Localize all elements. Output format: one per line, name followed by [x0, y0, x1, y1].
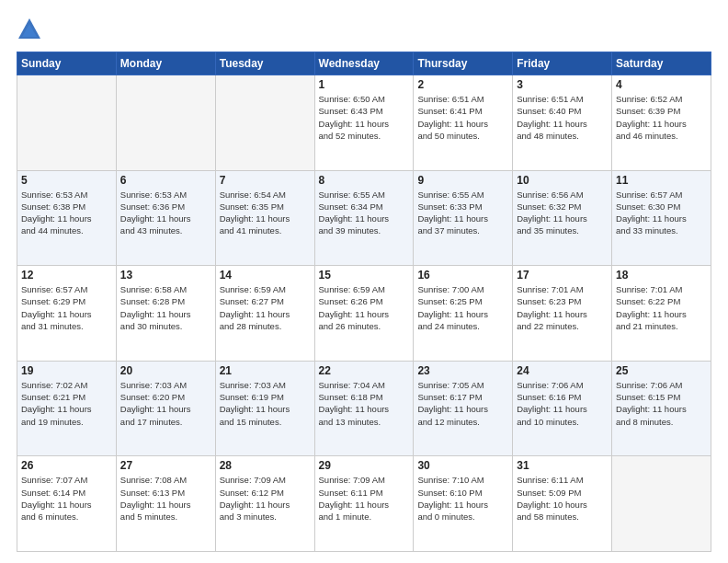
- day-info: Sunrise: 7:01 AM Sunset: 6:22 PM Dayligh…: [616, 283, 707, 332]
- calendar-cell: 12Sunrise: 6:57 AM Sunset: 6:29 PM Dayli…: [17, 266, 117, 362]
- calendar-cell: 29Sunrise: 7:09 AM Sunset: 6:11 PM Dayli…: [314, 456, 414, 552]
- calendar-cell: 8Sunrise: 6:55 AM Sunset: 6:34 PM Daylig…: [314, 170, 414, 266]
- weekday-friday: Friday: [513, 52, 612, 75]
- calendar-cell: [215, 75, 314, 171]
- day-number: 29: [319, 459, 410, 472]
- day-number: 27: [120, 459, 211, 472]
- day-info: Sunrise: 7:01 AM Sunset: 6:23 PM Dayligh…: [517, 283, 608, 332]
- day-info: Sunrise: 7:03 AM Sunset: 6:19 PM Dayligh…: [220, 379, 311, 428]
- day-info: Sunrise: 7:07 AM Sunset: 6:14 PM Dayligh…: [21, 474, 112, 523]
- calendar-cell: 13Sunrise: 6:58 AM Sunset: 6:28 PM Dayli…: [116, 266, 215, 362]
- calendar-cell: 24Sunrise: 7:06 AM Sunset: 6:16 PM Dayli…: [513, 361, 612, 456]
- day-info: Sunrise: 6:51 AM Sunset: 6:40 PM Dayligh…: [517, 93, 608, 142]
- day-number: 5: [21, 174, 112, 187]
- day-number: 26: [21, 459, 112, 472]
- day-number: 13: [120, 269, 211, 282]
- calendar-cell: [116, 75, 215, 171]
- day-info: Sunrise: 7:09 AM Sunset: 6:12 PM Dayligh…: [220, 474, 311, 523]
- day-number: 23: [417, 364, 508, 377]
- calendar-cell: 11Sunrise: 6:57 AM Sunset: 6:30 PM Dayli…: [612, 170, 711, 266]
- day-number: 3: [517, 78, 608, 91]
- calendar-cell: 19Sunrise: 7:02 AM Sunset: 6:21 PM Dayli…: [17, 361, 117, 456]
- calendar-cell: 28Sunrise: 7:09 AM Sunset: 6:12 PM Dayli…: [215, 456, 314, 552]
- calendar-cell: 7Sunrise: 6:54 AM Sunset: 6:35 PM Daylig…: [215, 170, 314, 266]
- day-number: 18: [616, 269, 707, 282]
- day-info: Sunrise: 7:09 AM Sunset: 6:11 PM Dayligh…: [319, 474, 410, 523]
- day-number: 22: [319, 364, 410, 377]
- calendar-row-1: 5Sunrise: 6:53 AM Sunset: 6:38 PM Daylig…: [17, 170, 711, 266]
- day-number: 7: [220, 174, 311, 187]
- weekday-thursday: Thursday: [414, 52, 513, 75]
- day-number: 19: [21, 364, 112, 377]
- day-info: Sunrise: 7:04 AM Sunset: 6:18 PM Dayligh…: [319, 379, 410, 428]
- day-info: Sunrise: 7:06 AM Sunset: 6:15 PM Dayligh…: [616, 379, 707, 428]
- calendar-cell: 31Sunrise: 6:11 AM Sunset: 5:09 PM Dayli…: [513, 456, 612, 552]
- day-info: Sunrise: 6:59 AM Sunset: 6:26 PM Dayligh…: [319, 283, 410, 332]
- day-info: Sunrise: 6:53 AM Sunset: 6:38 PM Dayligh…: [21, 189, 112, 237]
- day-number: 6: [120, 174, 211, 187]
- day-number: 10: [517, 174, 608, 187]
- calendar-cell: 1Sunrise: 6:50 AM Sunset: 6:43 PM Daylig…: [314, 75, 414, 171]
- calendar-cell: 16Sunrise: 7:00 AM Sunset: 6:25 PM Dayli…: [414, 266, 513, 362]
- day-info: Sunrise: 6:55 AM Sunset: 6:34 PM Dayligh…: [319, 189, 410, 237]
- day-number: 11: [616, 174, 707, 187]
- calendar-cell: 27Sunrise: 7:08 AM Sunset: 6:13 PM Dayli…: [116, 456, 215, 552]
- day-info: Sunrise: 6:52 AM Sunset: 6:39 PM Dayligh…: [616, 93, 707, 142]
- day-number: 16: [417, 269, 508, 282]
- day-number: 21: [220, 364, 311, 377]
- day-info: Sunrise: 6:53 AM Sunset: 6:36 PM Dayligh…: [120, 189, 211, 237]
- day-info: Sunrise: 7:05 AM Sunset: 6:17 PM Dayligh…: [417, 379, 508, 428]
- day-number: 8: [319, 174, 410, 187]
- day-info: Sunrise: 6:57 AM Sunset: 6:29 PM Dayligh…: [21, 283, 112, 332]
- calendar-row-4: 26Sunrise: 7:07 AM Sunset: 6:14 PM Dayli…: [17, 456, 711, 552]
- day-info: Sunrise: 7:02 AM Sunset: 6:21 PM Dayligh…: [21, 379, 112, 428]
- day-info: Sunrise: 6:56 AM Sunset: 6:32 PM Dayligh…: [517, 189, 608, 237]
- weekday-saturday: Saturday: [612, 52, 711, 75]
- weekday-wednesday: Wednesday: [314, 52, 414, 75]
- calendar-cell: [612, 456, 711, 552]
- calendar-cell: 17Sunrise: 7:01 AM Sunset: 6:23 PM Dayli…: [513, 266, 612, 362]
- day-number: 15: [319, 269, 410, 282]
- calendar-cell: 5Sunrise: 6:53 AM Sunset: 6:38 PM Daylig…: [17, 170, 117, 266]
- weekday-header-row: SundayMondayTuesdayWednesdayThursdayFrid…: [17, 52, 711, 75]
- calendar-row-3: 19Sunrise: 7:02 AM Sunset: 6:21 PM Dayli…: [17, 361, 711, 456]
- day-number: 30: [417, 459, 508, 472]
- calendar-cell: 21Sunrise: 7:03 AM Sunset: 6:19 PM Dayli…: [215, 361, 314, 456]
- calendar-cell: 22Sunrise: 7:04 AM Sunset: 6:18 PM Dayli…: [314, 361, 414, 456]
- calendar-cell: 9Sunrise: 6:55 AM Sunset: 6:33 PM Daylig…: [414, 170, 513, 266]
- day-number: 25: [616, 364, 707, 377]
- day-number: 1: [319, 78, 410, 91]
- day-info: Sunrise: 7:08 AM Sunset: 6:13 PM Dayligh…: [120, 474, 211, 523]
- logo-icon: [17, 17, 42, 42]
- day-info: Sunrise: 6:11 AM Sunset: 5:09 PM Dayligh…: [517, 474, 608, 523]
- day-number: 20: [120, 364, 211, 377]
- calendar-cell: 20Sunrise: 7:03 AM Sunset: 6:20 PM Dayli…: [116, 361, 215, 456]
- day-info: Sunrise: 7:03 AM Sunset: 6:20 PM Dayligh…: [120, 379, 211, 428]
- day-number: 31: [517, 459, 608, 472]
- day-info: Sunrise: 7:10 AM Sunset: 6:10 PM Dayligh…: [417, 474, 508, 523]
- day-number: 14: [220, 269, 311, 282]
- day-info: Sunrise: 6:57 AM Sunset: 6:30 PM Dayligh…: [616, 189, 707, 237]
- weekday-tuesday: Tuesday: [215, 52, 314, 75]
- calendar-cell: 15Sunrise: 6:59 AM Sunset: 6:26 PM Dayli…: [314, 266, 414, 362]
- page: SundayMondayTuesdayWednesdayThursdayFrid…: [0, 0, 728, 563]
- day-number: 24: [517, 364, 608, 377]
- calendar-cell: 10Sunrise: 6:56 AM Sunset: 6:32 PM Dayli…: [513, 170, 612, 266]
- calendar-cell: 14Sunrise: 6:59 AM Sunset: 6:27 PM Dayli…: [215, 266, 314, 362]
- day-info: Sunrise: 7:06 AM Sunset: 6:16 PM Dayligh…: [517, 379, 608, 428]
- day-number: 12: [21, 269, 112, 282]
- calendar-cell: 2Sunrise: 6:51 AM Sunset: 6:41 PM Daylig…: [414, 75, 513, 171]
- calendar-cell: 25Sunrise: 7:06 AM Sunset: 6:15 PM Dayli…: [612, 361, 711, 456]
- calendar-cell: 4Sunrise: 6:52 AM Sunset: 6:39 PM Daylig…: [612, 75, 711, 171]
- day-info: Sunrise: 6:59 AM Sunset: 6:27 PM Dayligh…: [220, 283, 311, 332]
- day-info: Sunrise: 6:58 AM Sunset: 6:28 PM Dayligh…: [120, 283, 211, 332]
- calendar-cell: [17, 75, 117, 171]
- weekday-monday: Monday: [116, 52, 215, 75]
- day-number: 2: [417, 78, 508, 91]
- header: [17, 17, 711, 42]
- logo: [17, 17, 46, 42]
- calendar-cell: 23Sunrise: 7:05 AM Sunset: 6:17 PM Dayli…: [414, 361, 513, 456]
- day-info: Sunrise: 6:54 AM Sunset: 6:35 PM Dayligh…: [220, 189, 311, 237]
- calendar-cell: 30Sunrise: 7:10 AM Sunset: 6:10 PM Dayli…: [414, 456, 513, 552]
- calendar-row-2: 12Sunrise: 6:57 AM Sunset: 6:29 PM Dayli…: [17, 266, 711, 362]
